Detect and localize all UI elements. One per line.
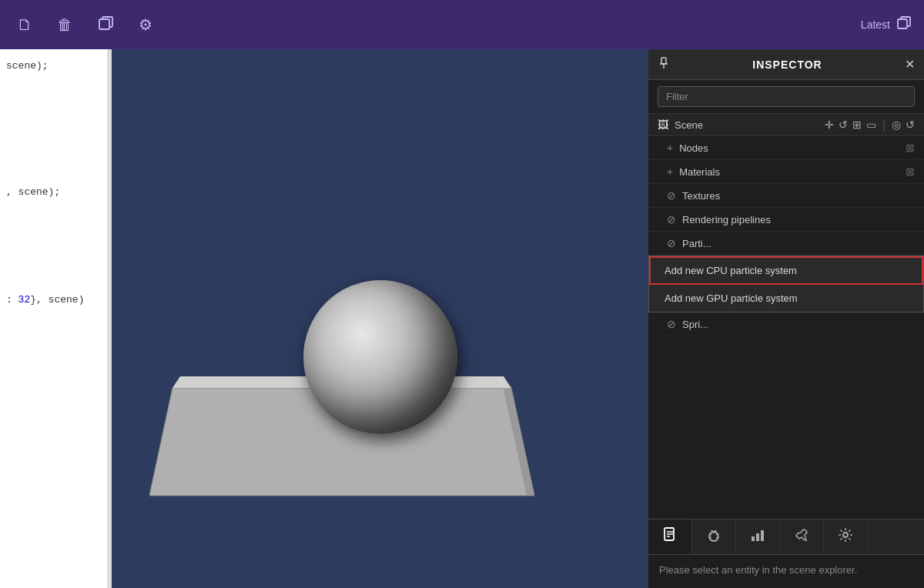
- inspector-header: INSPECTOR ✕: [648, 49, 924, 80]
- rotate-icon[interactable]: ↺: [906, 119, 915, 131]
- header-right-icons: ✕: [905, 57, 915, 72]
- add-icon: +: [667, 165, 673, 178]
- code-line: [6, 255, 105, 272]
- version-label: Latest: [861, 18, 890, 31]
- block-icon: ⊘: [667, 318, 676, 330]
- svg-line-16: [716, 537, 718, 538]
- expand-icon: ⊠: [906, 142, 915, 154]
- file-new-icon[interactable]: 🗋: [12, 12, 37, 38]
- sprites-item[interactable]: ⊘ Spri...: [648, 312, 924, 336]
- tab-settings[interactable]: [824, 520, 868, 554]
- block-icon: ⊘: [667, 237, 676, 249]
- scene-image-icon: 🖼: [658, 119, 668, 131]
- version-display: Latest: [861, 15, 912, 35]
- add-cpu-particle-item[interactable]: Add new CPU particle system: [649, 256, 923, 285]
- block-icon: ⊘: [667, 213, 676, 226]
- svg-rect-17: [752, 536, 755, 541]
- code-line: [6, 111, 105, 129]
- 3d-viewport[interactable]: [112, 49, 648, 588]
- bottom-tabs: Please select an entity in the scene exp…: [648, 519, 924, 588]
- scene-label: Scene: [675, 119, 703, 131]
- delete-icon[interactable]: 🗑: [52, 12, 77, 38]
- bottom-tab-content: Please select an entity in the scene exp…: [648, 555, 924, 585]
- code-line: [6, 201, 105, 219]
- materials-item[interactable]: + Materials ⊠: [648, 160, 924, 184]
- add-icon: +: [667, 142, 673, 154]
- rendering-pipelines-item[interactable]: ⊘ Rendering pipelines: [648, 208, 924, 232]
- particles-dropdown: Add new CPU particle system Add new GPU …: [648, 256, 924, 312]
- code-line: [6, 273, 105, 291]
- tab-stats[interactable]: [736, 520, 780, 554]
- nodes-label: Nodes: [679, 142, 708, 154]
- filter-area: [648, 80, 924, 114]
- header-left-icons: [658, 57, 670, 72]
- code-line: [6, 75, 105, 92]
- refresh-icon[interactable]: ↺: [839, 119, 848, 131]
- sprites-label: Spri...: [682, 319, 708, 330]
- rendering-label: Rendering pipelines: [682, 214, 771, 226]
- inspector-title: INSPECTOR: [670, 58, 905, 71]
- materials-label: Materials: [679, 166, 720, 178]
- grid-icon[interactable]: ⊞: [852, 119, 862, 131]
- pin-icon[interactable]: [658, 57, 670, 72]
- svg-line-13: [709, 534, 711, 535]
- close-icon[interactable]: ✕: [905, 57, 915, 72]
- code-panel: scene); , scene); : 32}, scene): [0, 49, 112, 588]
- duplicate-icon[interactable]: [92, 10, 119, 40]
- code-line: [6, 129, 105, 147]
- code-line: [6, 93, 105, 111]
- svg-rect-5: [661, 58, 666, 64]
- add-gpu-particle-item[interactable]: Add new GPU particle system: [649, 285, 923, 312]
- svg-rect-0: [99, 19, 109, 29]
- version-copy-icon[interactable]: [896, 15, 912, 35]
- svg-rect-19: [761, 530, 764, 541]
- move-icon[interactable]: ✛: [825, 119, 834, 131]
- code-line: [6, 237, 105, 255]
- expand-icon: ⊠: [906, 165, 915, 178]
- inspector-items: 🖼 Scene ✛ ↺ ⊞ ▭ | ◎ ↺ + Nodes ⊠: [648, 114, 924, 519]
- svg-rect-18: [756, 533, 759, 541]
- tab-tools[interactable]: [780, 520, 824, 554]
- code-line: [6, 147, 105, 165]
- code-line: : 32}, scene): [6, 291, 105, 309]
- gpu-particle-label: Add new GPU particle system: [665, 292, 798, 304]
- svg-rect-1: [898, 19, 907, 28]
- entity-message: Please select an entity in the scene exp…: [659, 564, 857, 576]
- svg-point-20: [843, 533, 848, 537]
- cpu-particle-label: Add new CPU particle system: [665, 265, 797, 276]
- nodes-item[interactable]: + Nodes ⊠: [648, 136, 924, 160]
- scene-section-header[interactable]: 🖼 Scene ✛ ↺ ⊞ ▭ | ◎ ↺: [648, 114, 924, 136]
- code-line: [6, 219, 105, 237]
- 3d-sphere: [303, 280, 457, 434]
- main-content: scene); , scene); : 32}, scene): [0, 49, 924, 588]
- svg-line-15: [709, 537, 711, 538]
- particles-label: Parti...: [682, 238, 711, 249]
- bottom-tab-bar: [648, 520, 924, 555]
- settings-icon[interactable]: ⚙: [134, 11, 157, 38]
- particles-container: ⊘ Parti... Add new CPU particle system A…: [648, 232, 924, 312]
- block-icon: ⊘: [667, 189, 676, 202]
- textures-item[interactable]: ⊘ Textures: [648, 184, 924, 208]
- separator: |: [882, 119, 886, 131]
- expand-icon[interactable]: ▭: [866, 119, 876, 131]
- particles-item[interactable]: ⊘ Parti...: [648, 232, 924, 256]
- svg-line-14: [716, 534, 718, 535]
- filter-input[interactable]: [658, 86, 915, 107]
- main-toolbar: 🗋 🗑 ⚙ Latest: [0, 0, 924, 49]
- code-line: , scene);: [6, 183, 105, 201]
- target-icon[interactable]: ◎: [892, 119, 901, 131]
- scene-action-icons: ✛ ↺ ⊞ ▭ | ◎ ↺: [825, 119, 915, 131]
- code-line: scene);: [6, 57, 105, 75]
- inspector-panel: INSPECTOR ✕ 🖼 Scene ✛ ↺ ⊞ ▭ | ◎: [648, 49, 924, 588]
- textures-label: Textures: [682, 190, 720, 202]
- tab-debug[interactable]: [692, 520, 736, 554]
- code-content: scene); , scene); : 32}, scene): [0, 49, 112, 316]
- code-line: [6, 165, 105, 182]
- tab-document[interactable]: [648, 520, 692, 554]
